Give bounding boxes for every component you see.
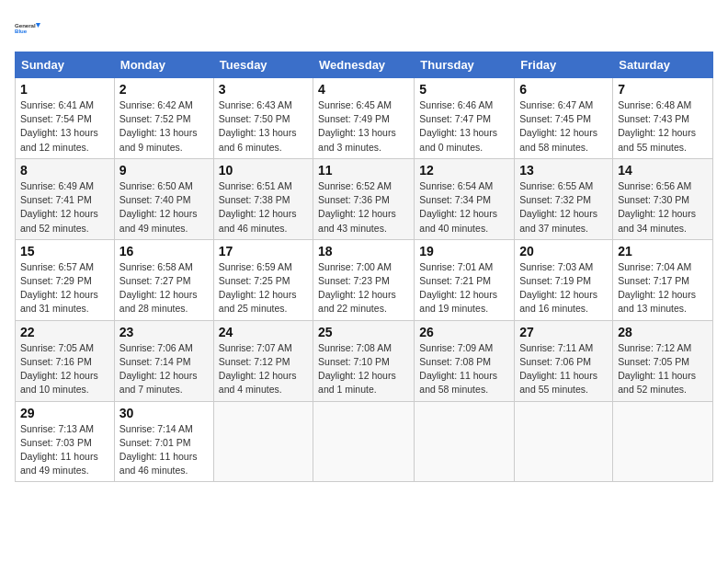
col-header-monday: Monday xyxy=(114,52,213,78)
day-number: 11 xyxy=(318,163,409,178)
day-detail: Sunrise: 7:09 AMSunset: 7:08 PMDaylight:… xyxy=(419,341,509,397)
calendar-cell: 15Sunrise: 6:57 AMSunset: 7:29 PMDayligh… xyxy=(16,239,115,320)
day-detail: Sunrise: 7:03 AMSunset: 7:19 PMDaylight:… xyxy=(519,260,608,316)
day-detail: Sunrise: 6:55 AMSunset: 7:32 PMDaylight:… xyxy=(519,179,608,236)
day-number: 18 xyxy=(318,244,409,259)
day-number: 13 xyxy=(519,163,608,178)
calendar-cell: 25Sunrise: 7:08 AMSunset: 7:10 PMDayligh… xyxy=(313,320,415,401)
day-detail: Sunrise: 6:41 AMSunset: 7:54 PMDaylight:… xyxy=(20,98,109,155)
day-detail: Sunrise: 7:13 AMSunset: 7:03 PMDaylight:… xyxy=(20,422,109,478)
day-number: 8 xyxy=(20,163,109,178)
col-header-sunday: Sunday xyxy=(16,52,115,78)
page-header: GeneralBlue xyxy=(15,15,713,40)
calendar-cell: 5Sunrise: 6:46 AMSunset: 7:47 PMDaylight… xyxy=(415,78,515,159)
day-number: 6 xyxy=(519,82,608,97)
calendar-cell: 19Sunrise: 7:01 AMSunset: 7:21 PMDayligh… xyxy=(415,239,515,320)
day-number: 14 xyxy=(618,163,708,178)
logo: GeneralBlue xyxy=(15,15,40,40)
day-detail: Sunrise: 6:42 AMSunset: 7:52 PMDaylight:… xyxy=(119,98,209,155)
day-number: 27 xyxy=(519,325,608,339)
day-detail: Sunrise: 6:46 AMSunset: 7:47 PMDaylight:… xyxy=(419,98,509,155)
day-detail: Sunrise: 7:14 AMSunset: 7:01 PMDaylight:… xyxy=(119,422,209,478)
day-detail: Sunrise: 7:12 AMSunset: 7:05 PMDaylight:… xyxy=(618,341,708,397)
calendar-cell xyxy=(613,401,713,482)
calendar-cell: 14Sunrise: 6:56 AMSunset: 7:30 PMDayligh… xyxy=(613,158,713,239)
calendar-cell: 16Sunrise: 6:58 AMSunset: 7:27 PMDayligh… xyxy=(114,239,213,320)
col-header-thursday: Thursday xyxy=(415,52,515,78)
svg-text:Blue: Blue xyxy=(15,28,28,34)
day-number: 26 xyxy=(419,325,509,339)
calendar-cell: 18Sunrise: 7:00 AMSunset: 7:23 PMDayligh… xyxy=(313,239,415,320)
col-header-saturday: Saturday xyxy=(613,52,713,78)
day-number: 28 xyxy=(618,325,708,339)
day-detail: Sunrise: 6:59 AMSunset: 7:25 PMDaylight:… xyxy=(219,260,308,316)
calendar-cell: 22Sunrise: 7:05 AMSunset: 7:16 PMDayligh… xyxy=(16,320,115,401)
calendar-cell: 29Sunrise: 7:13 AMSunset: 7:03 PMDayligh… xyxy=(16,401,115,482)
calendar-cell: 3Sunrise: 6:43 AMSunset: 7:50 PMDaylight… xyxy=(213,78,313,159)
day-detail: Sunrise: 6:57 AMSunset: 7:29 PMDaylight:… xyxy=(20,260,109,316)
day-detail: Sunrise: 6:47 AMSunset: 7:45 PMDaylight:… xyxy=(519,98,608,155)
day-number: 29 xyxy=(20,406,109,420)
day-detail: Sunrise: 6:54 AMSunset: 7:34 PMDaylight:… xyxy=(419,179,509,236)
day-number: 21 xyxy=(618,244,708,259)
day-number: 17 xyxy=(219,244,308,259)
calendar-cell xyxy=(515,401,613,482)
calendar-cell: 24Sunrise: 7:07 AMSunset: 7:12 PMDayligh… xyxy=(213,320,313,401)
calendar-cell: 17Sunrise: 6:59 AMSunset: 7:25 PMDayligh… xyxy=(213,239,313,320)
calendar-cell: 26Sunrise: 7:09 AMSunset: 7:08 PMDayligh… xyxy=(415,320,515,401)
day-detail: Sunrise: 7:06 AMSunset: 7:14 PMDaylight:… xyxy=(119,341,209,397)
day-number: 24 xyxy=(219,325,308,339)
calendar-cell: 9Sunrise: 6:50 AMSunset: 7:40 PMDaylight… xyxy=(114,158,213,239)
calendar-cell: 21Sunrise: 7:04 AMSunset: 7:17 PMDayligh… xyxy=(613,239,713,320)
day-detail: Sunrise: 6:52 AMSunset: 7:36 PMDaylight:… xyxy=(318,179,409,236)
day-number: 9 xyxy=(119,163,209,178)
day-detail: Sunrise: 7:00 AMSunset: 7:23 PMDaylight:… xyxy=(318,260,409,316)
day-detail: Sunrise: 7:08 AMSunset: 7:10 PMDaylight:… xyxy=(318,341,409,397)
day-number: 23 xyxy=(119,325,209,339)
day-detail: Sunrise: 6:58 AMSunset: 7:27 PMDaylight:… xyxy=(119,260,209,316)
day-number: 30 xyxy=(119,406,209,420)
day-number: 1 xyxy=(20,82,109,97)
logo-icon: GeneralBlue xyxy=(15,15,40,40)
calendar-cell: 7Sunrise: 6:48 AMSunset: 7:43 PMDaylight… xyxy=(613,78,713,159)
day-detail: Sunrise: 7:11 AMSunset: 7:06 PMDaylight:… xyxy=(519,341,608,397)
day-detail: Sunrise: 6:49 AMSunset: 7:41 PMDaylight:… xyxy=(20,179,109,236)
calendar-cell: 23Sunrise: 7:06 AMSunset: 7:14 PMDayligh… xyxy=(114,320,213,401)
day-number: 12 xyxy=(419,163,509,178)
calendar-cell xyxy=(213,401,313,482)
calendar-cell: 6Sunrise: 6:47 AMSunset: 7:45 PMDaylight… xyxy=(515,78,613,159)
calendar-cell: 8Sunrise: 6:49 AMSunset: 7:41 PMDaylight… xyxy=(16,158,115,239)
day-number: 7 xyxy=(618,82,708,97)
day-detail: Sunrise: 6:56 AMSunset: 7:30 PMDaylight:… xyxy=(618,179,708,236)
calendar-cell: 28Sunrise: 7:12 AMSunset: 7:05 PMDayligh… xyxy=(613,320,713,401)
day-number: 2 xyxy=(119,82,209,97)
day-detail: Sunrise: 7:07 AMSunset: 7:12 PMDaylight:… xyxy=(219,341,308,397)
calendar-cell: 1Sunrise: 6:41 AMSunset: 7:54 PMDaylight… xyxy=(16,78,115,159)
calendar-cell: 20Sunrise: 7:03 AMSunset: 7:19 PMDayligh… xyxy=(515,239,613,320)
day-number: 5 xyxy=(419,82,509,97)
day-number: 22 xyxy=(20,325,109,339)
col-header-wednesday: Wednesday xyxy=(313,52,415,78)
day-number: 4 xyxy=(318,82,409,97)
day-detail: Sunrise: 7:04 AMSunset: 7:17 PMDaylight:… xyxy=(618,260,708,316)
day-number: 15 xyxy=(20,244,109,259)
day-detail: Sunrise: 7:05 AMSunset: 7:16 PMDaylight:… xyxy=(20,341,109,397)
day-number: 10 xyxy=(219,163,308,178)
calendar-cell: 13Sunrise: 6:55 AMSunset: 7:32 PMDayligh… xyxy=(515,158,613,239)
day-detail: Sunrise: 6:43 AMSunset: 7:50 PMDaylight:… xyxy=(219,98,308,155)
calendar-cell: 10Sunrise: 6:51 AMSunset: 7:38 PMDayligh… xyxy=(213,158,313,239)
calendar-table: SundayMondayTuesdayWednesdayThursdayFrid… xyxy=(15,52,713,482)
day-detail: Sunrise: 6:48 AMSunset: 7:43 PMDaylight:… xyxy=(618,98,708,155)
svg-marker-2 xyxy=(36,23,40,28)
calendar-cell xyxy=(313,401,415,482)
day-detail: Sunrise: 6:45 AMSunset: 7:49 PMDaylight:… xyxy=(318,98,409,155)
col-header-tuesday: Tuesday xyxy=(213,52,313,78)
calendar-cell: 11Sunrise: 6:52 AMSunset: 7:36 PMDayligh… xyxy=(313,158,415,239)
col-header-friday: Friday xyxy=(515,52,613,78)
calendar-cell: 30Sunrise: 7:14 AMSunset: 7:01 PMDayligh… xyxy=(114,401,213,482)
day-number: 3 xyxy=(219,82,308,97)
day-detail: Sunrise: 6:51 AMSunset: 7:38 PMDaylight:… xyxy=(219,179,308,236)
day-number: 16 xyxy=(119,244,209,259)
calendar-cell xyxy=(415,401,515,482)
calendar-cell: 4Sunrise: 6:45 AMSunset: 7:49 PMDaylight… xyxy=(313,78,415,159)
